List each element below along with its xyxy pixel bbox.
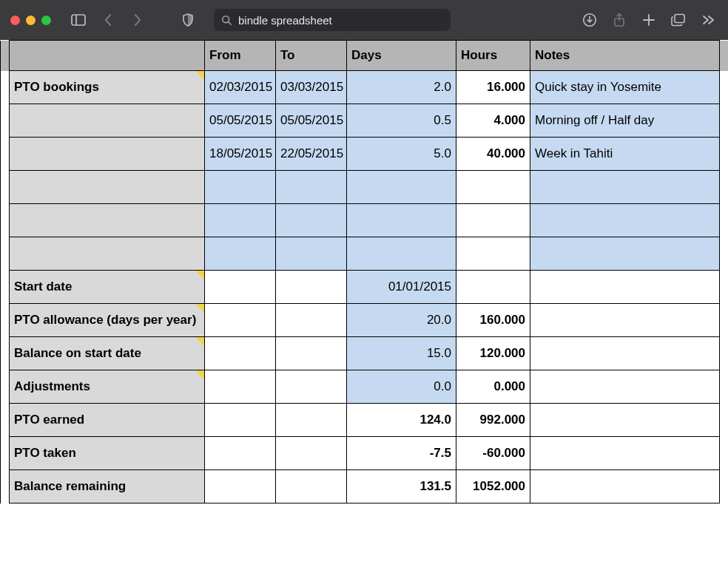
to-cell[interactable] [276, 437, 347, 470]
days-cell[interactable]: 0.5 [347, 104, 456, 138]
share-button[interactable] [610, 10, 629, 30]
days-cell[interactable]: 5.0 [347, 138, 456, 171]
days-cell[interactable]: 2.0 [347, 71, 456, 104]
new-tab-button[interactable] [639, 10, 658, 30]
notes-cell[interactable]: Morning off / Half day [530, 104, 720, 138]
to-cell[interactable]: 03/03/2015 [276, 71, 347, 104]
notes-cell[interactable] [530, 437, 720, 470]
from-cell[interactable] [205, 171, 276, 204]
to-cell[interactable] [276, 304, 347, 337]
days-cell[interactable] [347, 204, 456, 237]
hours-cell[interactable]: 40.000 [456, 138, 530, 171]
bookings-label-cell[interactable] [10, 138, 205, 171]
notes-cell[interactable] [530, 304, 720, 337]
summary-label-cell[interactable]: Balance on start date [10, 337, 205, 370]
zoom-window-button[interactable] [41, 16, 51, 25]
from-cell[interactable] [205, 271, 276, 304]
back-button[interactable] [98, 10, 118, 30]
notes-cell[interactable] [530, 237, 720, 271]
tab-overview-button[interactable] [669, 10, 688, 30]
to-cell[interactable] [276, 204, 347, 237]
hours-cell[interactable] [456, 271, 530, 304]
from-cell[interactable] [205, 470, 276, 504]
days-cell[interactable]: 15.0 [347, 337, 456, 370]
hours-cell[interactable] [456, 237, 530, 271]
days-cell[interactable]: 131.5 [347, 470, 456, 504]
notes-cell[interactable] [530, 404, 720, 437]
bookings-label-cell[interactable] [10, 204, 205, 237]
from-cell[interactable] [205, 237, 276, 271]
header-to-cell[interactable]: To [276, 41, 347, 71]
to-cell[interactable] [276, 237, 347, 271]
summary-label-cell[interactable]: PTO earned [10, 404, 205, 437]
from-cell[interactable]: 18/05/2015 [205, 138, 276, 171]
from-cell[interactable]: 05/05/2015 [205, 104, 276, 138]
hours-cell[interactable]: 4.000 [456, 104, 530, 138]
summary-label-cell[interactable]: PTO taken [10, 437, 205, 470]
summary-label-cell[interactable]: Balance remaining [10, 470, 205, 504]
notes-cell[interactable]: Quick stay in Yosemite [530, 71, 720, 104]
header-label-cell[interactable] [10, 41, 205, 71]
notes-cell[interactable] [530, 337, 720, 370]
search-value: bindle spreadsheet [238, 14, 332, 27]
days-cell[interactable] [347, 237, 456, 271]
header-days-cell[interactable]: Days [347, 41, 456, 71]
from-cell[interactable] [205, 204, 276, 237]
to-cell[interactable] [276, 271, 347, 304]
days-cell[interactable]: 01/01/2015 [347, 271, 456, 304]
notes-cell[interactable] [530, 470, 720, 504]
downloads-button[interactable] [580, 10, 599, 30]
days-cell[interactable]: 0.0 [347, 370, 456, 404]
overflow-button[interactable] [698, 10, 718, 30]
hours-cell[interactable]: 120.000 [456, 337, 530, 370]
to-cell[interactable] [276, 337, 347, 370]
to-cell[interactable]: 22/05/2015 [276, 138, 347, 171]
notes-cell[interactable] [530, 370, 720, 404]
hours-cell[interactable]: 160.000 [456, 304, 530, 337]
hours-cell[interactable]: 992.000 [456, 404, 530, 437]
days-cell[interactable]: 20.0 [347, 304, 456, 337]
hours-cell[interactable]: -60.000 [456, 437, 530, 470]
from-cell[interactable] [205, 404, 276, 437]
from-cell[interactable]: 02/03/2015 [205, 71, 276, 104]
sidebar-toggle-button[interactable] [69, 10, 88, 30]
summary-label-cell[interactable]: PTO allowance (days per year) [10, 304, 205, 337]
from-cell[interactable] [205, 437, 276, 470]
hours-cell[interactable]: 0.000 [456, 370, 530, 404]
header-hours-cell[interactable]: Hours [456, 41, 530, 71]
bookings-label-cell[interactable] [10, 237, 205, 271]
booking-row: 18/05/2015 22/05/2015 5.0 40.000 Week in… [1, 138, 729, 171]
to-cell[interactable] [276, 171, 347, 204]
hours-cell[interactable]: 1052.000 [456, 470, 530, 504]
notes-cell[interactable] [530, 171, 720, 204]
privacy-shield-icon[interactable] [178, 10, 198, 30]
close-window-button[interactable] [10, 16, 20, 25]
bookings-label-cell[interactable] [10, 104, 205, 138]
notes-cell[interactable]: Week in Tahiti [530, 138, 720, 171]
days-cell[interactable]: -7.5 [347, 437, 456, 470]
to-cell[interactable]: 05/05/2015 [276, 104, 347, 138]
summary-label-cell[interactable]: Start date [10, 271, 205, 304]
bookings-label-cell[interactable]: PTO bookings [10, 71, 205, 104]
days-cell[interactable]: 124.0 [347, 404, 456, 437]
notes-cell[interactable] [530, 204, 720, 237]
to-cell[interactable] [276, 470, 347, 504]
spreadsheet-viewport[interactable]: From To Days Hours Notes PTO bookings 02… [0, 40, 728, 504]
from-cell[interactable] [205, 304, 276, 337]
days-cell[interactable] [347, 171, 456, 204]
header-from-cell[interactable]: From [205, 41, 276, 71]
hours-cell[interactable] [456, 171, 530, 204]
header-notes-cell[interactable]: Notes [530, 41, 720, 71]
forward-button[interactable] [128, 10, 147, 30]
from-cell[interactable] [205, 337, 276, 370]
from-cell[interactable] [205, 370, 276, 404]
minimize-window-button[interactable] [26, 16, 36, 25]
to-cell[interactable] [276, 404, 347, 437]
bookings-label-cell[interactable] [10, 171, 205, 204]
summary-label-cell[interactable]: Adjustments [10, 370, 205, 404]
to-cell[interactable] [276, 370, 347, 404]
notes-cell[interactable] [530, 271, 720, 304]
hours-cell[interactable] [456, 204, 530, 237]
hours-cell[interactable]: 16.000 [456, 71, 530, 104]
address-search-field[interactable]: bindle spreadsheet [214, 9, 451, 31]
